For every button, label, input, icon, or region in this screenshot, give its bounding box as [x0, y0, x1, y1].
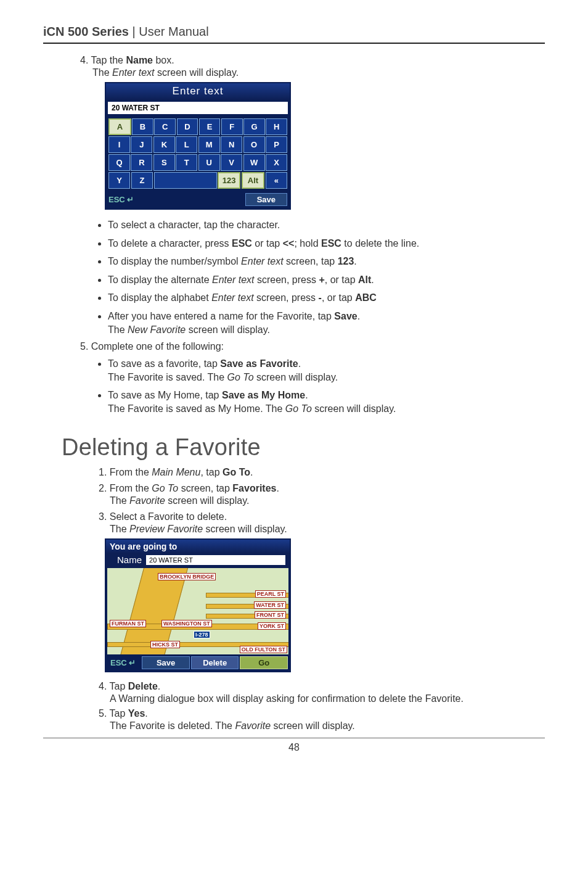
- key-c[interactable]: C: [154, 118, 176, 135]
- key-b[interactable]: B: [132, 118, 153, 135]
- del-step-4-sub: A Warning dialogue box will display aski…: [110, 693, 545, 704]
- preview-map[interactable]: BROOKLYN BRIDGE PEARL ST WATER ST FRONT …: [107, 568, 288, 654]
- bullet-2: To delete a character, press ESC or tap …: [108, 237, 545, 250]
- map-label-washington: WASHINGTON ST: [161, 620, 212, 627]
- step5-bullet-1: To save as a favorite, tap Save as Favor…: [108, 357, 545, 384]
- preview-save-button[interactable]: Save: [142, 656, 190, 669]
- del-step-1: 1. From the Main Menu, tap Go To.: [99, 467, 545, 478]
- map-label-brooklyn: BROOKLYN BRIDGE: [158, 573, 216, 580]
- bullet-5: To display the alphabet Enter text scree…: [108, 291, 545, 305]
- key-s[interactable]: S: [153, 154, 175, 171]
- map-label-front: FRONT ST: [255, 611, 286, 619]
- kbd-save-button[interactable]: Save: [245, 193, 287, 206]
- key-q[interactable]: Q: [108, 154, 130, 171]
- key-m[interactable]: M: [198, 136, 220, 153]
- key-a[interactable]: A: [108, 118, 131, 135]
- key-g[interactable]: G: [243, 118, 265, 135]
- key-space[interactable]: [154, 172, 217, 189]
- preview-go-button[interactable]: Go: [240, 656, 288, 669]
- map-label-i278: I-278: [194, 631, 210, 638]
- page-number: 48: [43, 738, 545, 753]
- key-x[interactable]: X: [266, 154, 287, 171]
- map-label-hicks: HICKS ST: [150, 641, 180, 648]
- enter-text-screenshot: Enter text 20 WATER ST A B C D E F G H I…: [105, 82, 291, 210]
- map-label-pearl: PEARL ST: [255, 590, 286, 598]
- doc-title: User Manual: [139, 25, 208, 38]
- kbd-entry-field[interactable]: 20 WATER ST: [107, 101, 288, 115]
- del-step-2: 2. From the Go To screen, tap Favorites.: [99, 483, 545, 494]
- map-label-water: WATER ST: [254, 601, 286, 609]
- preview-name-label: Name: [117, 554, 142, 565]
- key-k[interactable]: K: [153, 136, 175, 153]
- del-step-3-sub: The Preview Favorite screen will display…: [110, 524, 545, 535]
- key-backspace[interactable]: «: [266, 172, 287, 189]
- key-i[interactable]: I: [108, 136, 130, 153]
- key-n[interactable]: N: [221, 136, 242, 153]
- key-alt[interactable]: Alt: [242, 172, 264, 189]
- map-label-york: YORK ST: [258, 622, 286, 630]
- del-step-3: 3. Select a Favorite to delete.: [99, 511, 545, 522]
- del-step-4: 4. Tap Delete.: [99, 681, 545, 692]
- page-header: iCN 500 Series | User Manual: [43, 25, 545, 43]
- preview-title: You are going to: [106, 540, 290, 553]
- key-o[interactable]: O: [243, 136, 265, 153]
- preview-delete-button[interactable]: Delete: [191, 656, 239, 669]
- key-e[interactable]: E: [199, 118, 221, 135]
- key-r[interactable]: R: [131, 154, 152, 171]
- map-label-furman: FURMAN ST: [110, 620, 146, 627]
- key-z[interactable]: Z: [131, 172, 153, 189]
- key-f[interactable]: F: [221, 118, 243, 135]
- bullet-3: To display the number/symbol Enter text …: [108, 255, 545, 268]
- del-step-5: 5. Tap Yes.: [99, 708, 545, 719]
- kbd-esc-button[interactable]: ESC ↵: [108, 195, 134, 204]
- key-h[interactable]: H: [266, 118, 287, 135]
- key-d[interactable]: D: [177, 118, 198, 135]
- bullet-4: To display the alternate Enter text scre…: [108, 273, 545, 287]
- key-y[interactable]: Y: [108, 172, 130, 189]
- del-step-2-sub: The Favorite screen will display.: [110, 495, 545, 506]
- key-j[interactable]: J: [131, 136, 152, 153]
- step5-bullets: To save as a favorite, tap Save as Favor…: [108, 357, 545, 415]
- key-u[interactable]: U: [198, 154, 220, 171]
- kbd-rows: A B C D E F G H I J K L M N O P Q R: [106, 116, 290, 191]
- bullet-1: To select a character, tap the character…: [108, 218, 545, 232]
- step-4-sub: The Enter text screen will display.: [92, 67, 545, 78]
- product-name: iCN 500 Series: [43, 25, 129, 38]
- bullet-6: After you have entered a name for the Fa…: [108, 310, 545, 336]
- key-t[interactable]: T: [176, 154, 197, 171]
- key-v[interactable]: V: [221, 154, 242, 171]
- key-123[interactable]: 123: [218, 172, 240, 189]
- preview-favorite-screenshot: You are going to Name 20 WATER ST BROOKL…: [105, 538, 291, 672]
- step-4: 4. Tap the Name box.: [80, 55, 545, 66]
- del-step-5-sub: The Favorite is deleted. The Favorite sc…: [110, 720, 545, 732]
- key-w[interactable]: W: [243, 154, 265, 171]
- step-5: 5. Complete one of the following:: [80, 341, 545, 352]
- step5-bullet-2: To save as My Home, tap Save as My Home.…: [108, 389, 545, 415]
- preview-esc-button[interactable]: ESC ↵: [108, 658, 141, 667]
- map-label-oldfulton: OLD FULTON ST: [240, 646, 287, 653]
- preview-name-field[interactable]: 20 WATER ST: [145, 554, 286, 566]
- kbd-title: Enter text: [106, 83, 290, 100]
- header-rule: [43, 43, 545, 44]
- key-l[interactable]: L: [176, 136, 197, 153]
- step4-bullets: To select a character, tap the character…: [108, 218, 545, 336]
- key-p[interactable]: P: [266, 136, 287, 153]
- section-deleting-favorite: Deleting a Favorite: [62, 434, 545, 461]
